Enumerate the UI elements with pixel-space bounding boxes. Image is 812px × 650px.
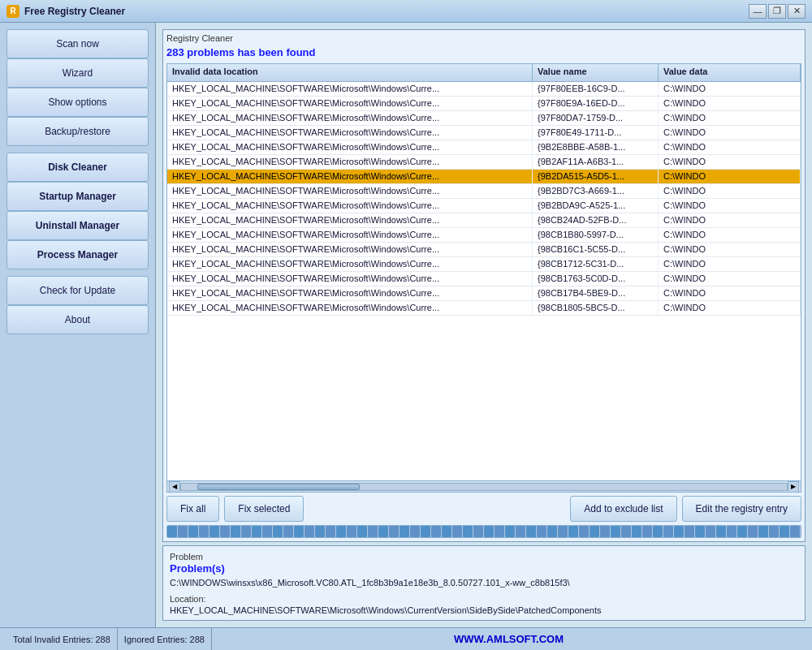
progress-segment (431, 526, 441, 537)
progress-segment (209, 526, 219, 537)
sidebar-btn-startup-manager[interactable]: Startup Manager (6, 182, 149, 211)
progress-segment (315, 526, 325, 537)
sidebar-buttons: Scan nowWizardShow optionsBackup/restore… (6, 29, 149, 334)
table-row[interactable]: HKEY_LOCAL_MACHINE\SOFTWARE\Microsoft\Wi… (167, 199, 801, 213)
table-row[interactable]: HKEY_LOCAL_MACHINE\SOFTWARE\Microsoft\Wi… (167, 140, 801, 155)
ignored-entries-text: Ignored Entries: 288 (124, 635, 205, 644)
table-row[interactable]: HKEY_LOCAL_MACHINE\SOFTWARE\Microsoft\Wi… (167, 228, 801, 243)
problem-path: C:\WINDOWS\winsxs\x86_Microsoft.VC80.ATL… (170, 578, 798, 588)
progress-segment (410, 526, 420, 537)
progress-segment (621, 526, 631, 537)
progress-segment (357, 526, 367, 537)
table-cell-data: C:\WINDO (659, 286, 801, 300)
table-cell-data: C:\WINDO (659, 82, 801, 96)
table-row[interactable]: HKEY_LOCAL_MACHINE\SOFTWARE\Microsoft\Wi… (167, 257, 801, 272)
progress-segment (716, 526, 726, 537)
total-invalid-section: Total Invalid Entries: 288 (6, 628, 118, 650)
sidebar-btn-check-update[interactable]: Check for Update (6, 276, 149, 305)
content-area: Registry Cleaner 283 problems has been f… (156, 23, 812, 627)
progress-segment (262, 526, 272, 537)
sidebar-btn-disk-cleaner[interactable]: Disk Cleaner (6, 153, 149, 182)
registry-cleaner-group: Registry Cleaner 283 problems has been f… (162, 29, 806, 542)
status-bar: Total Invalid Entries: 288 Ignored Entri… (0, 627, 812, 650)
table-cell-data: C:\WINDO (659, 111, 801, 125)
table-row[interactable]: HKEY_LOCAL_MACHINE\SOFTWARE\Microsoft\Wi… (167, 243, 801, 257)
table-cell-data: C:\WINDO (659, 301, 801, 315)
progress-segment (495, 526, 504, 537)
progress-segment (273, 526, 283, 537)
table-cell-name: {98CB1712-5C31-D... (533, 257, 659, 271)
h-scrollbar[interactable]: ◀ ▶ (167, 480, 801, 492)
table-cell-location: HKEY_LOCAL_MACHINE\SOFTWARE\Microsoft\Wi… (167, 184, 533, 198)
title-bar-buttons: — ❐ ✕ (749, 4, 806, 19)
sidebar-btn-wizard[interactable]: Wizard (6, 58, 149, 88)
table-row[interactable]: HKEY_LOCAL_MACHINE\SOFTWARE\Microsoft\Wi… (167, 272, 801, 286)
total-invalid-text: Total Invalid Entries: 288 (13, 635, 110, 644)
table-row[interactable]: HKEY_LOCAL_MACHINE\SOFTWARE\Microsoft\Wi… (167, 184, 801, 199)
progress-segment (516, 526, 525, 537)
progress-segment (304, 526, 314, 537)
scroll-right-arrow[interactable]: ▶ (788, 481, 799, 493)
table-row[interactable]: HKEY_LOCAL_MACHINE\SOFTWARE\Microsoft\Wi… (167, 111, 801, 126)
problem-group: Problem Problem(s) C:\WINDOWS\winsxs\x86… (162, 545, 806, 621)
table-cell-name: {98CB24AD-52FB-D... (533, 213, 659, 227)
col-location-header: Invalid data location (167, 64, 533, 81)
table-cell-name: {98CB1B80-5997-D... (533, 228, 659, 242)
table-cell-name: {98CB16C1-5C55-D... (533, 243, 659, 256)
progress-segment (674, 526, 684, 537)
amlsoft-link[interactable]: WWW.AMLSOFT.COM (447, 633, 570, 645)
close-button[interactable]: ✕ (788, 4, 806, 19)
table-cell-name: {98CB1805-5BC5-D... (533, 301, 659, 315)
progress-segment (663, 526, 673, 537)
h-scrollbar-thumb[interactable] (197, 484, 360, 490)
link-area: WWW.AMLSOFT.COM (212, 633, 806, 645)
table-row[interactable]: HKEY_LOCAL_MACHINE\SOFTWARE\Microsoft\Wi… (167, 286, 801, 301)
progress-segment (748, 526, 758, 537)
fix-selected-button[interactable]: Fix selected (224, 496, 304, 522)
restore-button[interactable]: ❐ (768, 4, 786, 19)
progress-segment (167, 526, 177, 537)
progress-segment (400, 526, 409, 537)
problem-group-label: Problem (170, 552, 203, 562)
table-cell-location: HKEY_LOCAL_MACHINE\SOFTWARE\Microsoft\Wi… (167, 301, 533, 315)
add-exclude-button[interactable]: Add to exclude list (570, 496, 676, 522)
table-row[interactable]: HKEY_LOCAL_MACHINE\SOFTWARE\Microsoft\Wi… (167, 126, 801, 140)
progress-segment (220, 526, 230, 537)
problems-found: 283 problems has been found (166, 46, 801, 58)
table-row[interactable]: HKEY_LOCAL_MACHINE\SOFTWARE\Microsoft\Wi… (167, 213, 801, 228)
scroll-left-arrow[interactable]: ◀ (169, 481, 180, 493)
problem-location-value: HKEY_LOCAL_MACHINE\SOFTWARE\Microsoft\Wi… (170, 605, 798, 615)
progress-segment (231, 526, 240, 537)
table-row[interactable]: HKEY_LOCAL_MACHINE\SOFTWARE\Microsoft\Wi… (167, 170, 801, 184)
sidebar-btn-about[interactable]: About (6, 305, 149, 334)
table-row[interactable]: HKEY_LOCAL_MACHINE\SOFTWARE\Microsoft\Wi… (167, 97, 801, 111)
table-cell-location: HKEY_LOCAL_MACHINE\SOFTWARE\Microsoft\Wi… (167, 213, 533, 227)
progress-segment (758, 526, 768, 537)
table-header: Invalid data location Value name Value d… (167, 64, 801, 82)
table-cell-name: {98CB17B4-5BE9-D... (533, 286, 659, 300)
table-row[interactable]: HKEY_LOCAL_MACHINE\SOFTWARE\Microsoft\Wi… (167, 82, 801, 97)
edit-registry-button[interactable]: Edit the registry entry (682, 496, 801, 522)
sidebar-btn-uninstall-manager[interactable]: Uninstall Manager (6, 211, 149, 240)
progress-segment (547, 526, 557, 537)
table-row[interactable]: HKEY_LOCAL_MACHINE\SOFTWARE\Microsoft\Wi… (167, 301, 801, 316)
table-row[interactable]: HKEY_LOCAL_MACHINE\SOFTWARE\Microsoft\Wi… (167, 155, 801, 170)
table-cell-location: HKEY_LOCAL_MACHINE\SOFTWARE\Microsoft\Wi… (167, 257, 533, 271)
fix-all-button[interactable]: Fix all (166, 496, 219, 522)
table-cell-name: {9B2DA515-A5D5-1... (533, 170, 659, 183)
sidebar-btn-scan-now[interactable]: Scan now (6, 29, 149, 58)
table-cell-data: C:\WINDO (659, 199, 801, 213)
h-scrollbar-track[interactable] (180, 483, 788, 491)
progress-segment (294, 526, 304, 537)
progress-segment (389, 526, 399, 537)
progress-segment (199, 526, 209, 537)
table-cell-name: {97F80E49-1711-D... (533, 126, 659, 140)
progress-segment (727, 526, 736, 537)
minimize-button[interactable]: — (749, 4, 767, 19)
progress-segment (473, 526, 483, 537)
progress-segment (568, 526, 578, 537)
sidebar-btn-process-manager[interactable]: Process Manager (6, 240, 149, 269)
registry-table: Invalid data location Value name Value d… (166, 63, 801, 493)
sidebar-btn-show-options[interactable]: Show options (6, 88, 149, 117)
sidebar-btn-backup-restore[interactable]: Backup/restore (6, 117, 149, 146)
